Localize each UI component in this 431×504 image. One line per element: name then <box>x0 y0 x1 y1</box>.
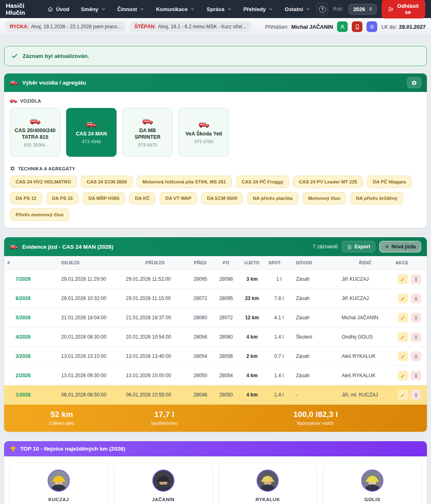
nav-item[interactable]: Směny <box>76 3 110 15</box>
trash-icon <box>413 296 419 301</box>
agregat-chip[interactable]: CAS 24 ECM 2800 <box>81 176 133 188</box>
trip-driver: Jiří KUCZAJ <box>338 270 392 289</box>
agregat-chip[interactable]: Přívěs motorový člun <box>10 208 69 221</box>
trip-arrival: 21.01.2026 18:37:00 <box>123 308 188 328</box>
trip-number: 3/2026 <box>4 347 58 366</box>
export-button[interactable]: Export <box>342 241 375 252</box>
trip-arrival: 13.01.2026 13:40:00 <box>123 347 188 366</box>
vehicle-plate: 9T5 8780 <box>194 139 213 144</box>
nav-item[interactable]: Úvod <box>43 3 74 15</box>
agregat-chip[interactable]: DA MŘP H365 <box>83 192 125 204</box>
column-header: DŮVOD <box>293 256 338 270</box>
edit-trip-button[interactable] <box>398 313 408 323</box>
driver-name: KUCZAJ <box>14 497 103 502</box>
edit-trip-button[interactable] <box>398 332 408 342</box>
agregat-chip[interactable]: CAS 24 PČ Froggy <box>236 176 289 188</box>
alert-text: Záznam byl aktualizován. <box>23 53 89 59</box>
driver-name: RYKALUK <box>223 497 313 502</box>
year-select[interactable]: 2026 <box>348 4 377 15</box>
vehicle-settings-button[interactable] <box>407 77 421 88</box>
chevron-down-icon <box>140 7 144 11</box>
trip-departure: 13.01.2026 09:30:00 <box>58 366 123 385</box>
vehicle-card[interactable]: DA MB SPRINTER 9T9 6675 <box>122 108 173 157</box>
driver-name: GOLIS <box>328 497 417 502</box>
gear-icon <box>411 80 417 86</box>
nav-item[interactable]: Ostatní <box>280 3 315 15</box>
odometer-after: 28056 <box>213 347 239 366</box>
help-button[interactable]: ? <box>316 3 328 15</box>
agregat-chip[interactable]: DA PS 15 <box>46 192 79 204</box>
edit-trip-button[interactable] <box>398 371 408 380</box>
nav-item-label: Směny <box>81 6 99 12</box>
trip-reason: Školení <box>293 328 338 347</box>
delete-trip-button[interactable] <box>411 293 421 303</box>
year-label: Rok: <box>333 6 344 12</box>
odometer-before: 28046 <box>188 385 213 405</box>
mobile-button[interactable] <box>352 21 362 32</box>
agregat-chip[interactable]: DA ECM 5500 <box>201 192 243 204</box>
agregat-chip[interactable]: NA přívěs bržděný <box>350 192 403 204</box>
agregat-chip[interactable]: Motorový člun <box>303 192 346 204</box>
trips-table-body: 7/2026 29.01.2026 11:29:00 29.01.2026 11… <box>4 270 427 405</box>
avatar <box>48 470 70 492</box>
nav-item[interactable]: Komunikace <box>151 3 199 15</box>
edit-trip-button[interactable] <box>398 274 408 284</box>
fire-truck-icon <box>199 121 209 128</box>
vehicle-card[interactable]: CAS 24 MAN 4T3 4949 <box>66 108 117 157</box>
nav-item-label: Správa <box>206 6 224 12</box>
delete-trip-button[interactable] <box>411 274 421 284</box>
trips-summary-bar: 52 km Celkem ujeto 17,7 l Spotřebováno 1… <box>4 405 427 432</box>
document-icon <box>347 244 352 250</box>
page-content: Záznam byl aktualizován. Výběr vozidla /… <box>0 46 431 504</box>
message-pill[interactable]: RYCKA: Ahoj, 19.1.2026 - 23.1.2026 jsem … <box>5 21 126 32</box>
agregat-chip[interactable]: CAS 24 PV Leader MT 225 <box>293 176 363 188</box>
trip-departure: 21.01.2026 18:04:00 <box>58 308 123 328</box>
nav-item-label: Ostatní <box>285 6 303 12</box>
summary-value: 52 km <box>11 410 113 419</box>
edit-trip-button[interactable] <box>398 351 408 361</box>
delete-trip-button[interactable] <box>411 313 421 323</box>
logged-in-label: Přihlášen: <box>265 24 289 30</box>
agregat-chip[interactable]: DA PS 12 <box>10 192 42 204</box>
new-trip-button[interactable]: Nová jízda <box>379 241 421 252</box>
profile-button[interactable] <box>337 21 348 32</box>
agregat-chip[interactable]: DA PČ Niagara <box>367 176 412 188</box>
trip-fuel: 0.7 l <box>265 347 293 366</box>
agregat-chip[interactable]: Motorová řetězová pila STIHL MS 261 <box>137 176 232 188</box>
nav-item[interactable]: Správa <box>202 3 236 15</box>
logout-label: Odhlásit se <box>397 3 420 15</box>
vehicle-name: VeA Škoda Yeti <box>186 131 222 137</box>
avatar <box>152 470 174 492</box>
agregat-chip[interactable]: NA přívěs plachta <box>247 192 298 204</box>
edit-trip-button[interactable] <box>398 390 408 400</box>
odometer-before: 28054 <box>188 347 213 366</box>
avatar <box>257 470 279 492</box>
logout-button[interactable]: Odhlásit se <box>382 0 425 18</box>
trip-distance: 23 km <box>239 289 265 308</box>
chevron-down-icon <box>101 7 106 11</box>
trip-fuel: 7.8 l <box>265 289 293 308</box>
agregat-chip[interactable]: CAS 24 HVZ HOLMATRO <box>10 176 77 188</box>
agregat-chip[interactable]: DA VT WAP <box>160 192 197 204</box>
firefighter-avatar-image <box>362 470 383 491</box>
theme-toggle-button[interactable] <box>367 21 377 32</box>
delete-trip-button[interactable] <box>411 371 421 380</box>
delete-trip-button[interactable] <box>411 390 421 400</box>
nav-item[interactable]: Činnost <box>113 3 149 15</box>
vehicle-card[interactable]: VeA Škoda Yeti 9T5 8780 <box>179 108 229 157</box>
message-pill[interactable]: ŠTĚPÁN: Ahoj, 18.1 - 6.2 mimo MSK - Kurz… <box>130 21 250 32</box>
delete-trip-button[interactable] <box>411 332 421 342</box>
vehicle-card[interactable]: CAS 20/4000/240 TATRA 815 815 250HL <box>10 108 60 157</box>
delete-trip-button[interactable] <box>411 351 421 361</box>
chevron-down-icon <box>190 7 195 11</box>
lk-label: LK do: <box>381 24 397 30</box>
trip-arrival: 29.01.2026 11:52:00 <box>123 270 188 289</box>
nav-item[interactable]: Přehledy <box>239 3 278 15</box>
fire-truck-icon <box>10 80 18 86</box>
summary-stat: 52 km Celkem ujeto <box>11 410 113 426</box>
trip-reason: Zásah <box>293 347 338 366</box>
summary-stat: 82,3 l V nádrži <box>318 410 421 426</box>
trip-number: 4/2026 <box>4 328 58 347</box>
agregat-chip[interactable]: DA KČ <box>129 192 156 204</box>
edit-trip-button[interactable] <box>398 293 408 303</box>
